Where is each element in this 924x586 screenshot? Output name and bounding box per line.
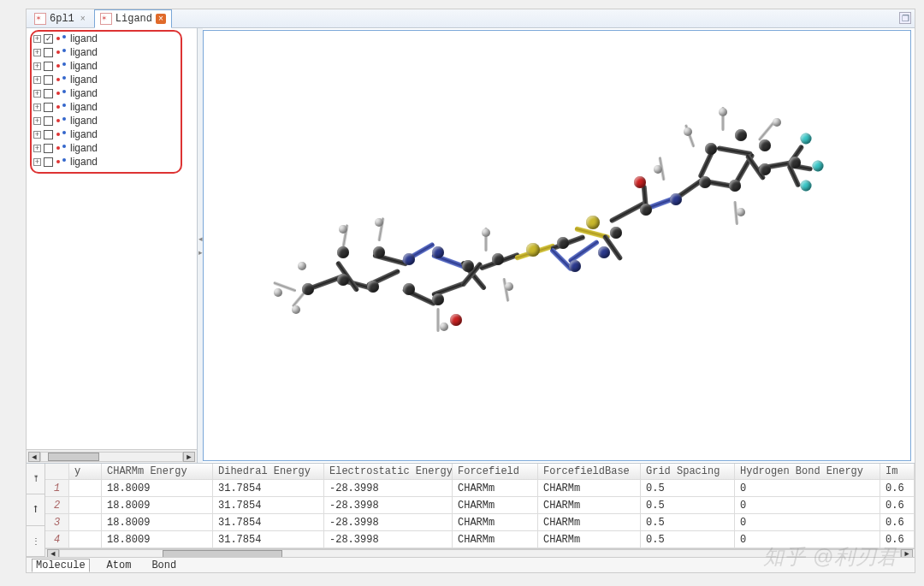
- scroll-thumb[interactable]: [48, 453, 99, 461]
- expand-icon[interactable]: +: [33, 76, 41, 84]
- expand-icon[interactable]: +: [33, 35, 41, 43]
- cell[interactable]: 31.7854: [213, 531, 324, 548]
- cell[interactable]: -28.3998: [324, 497, 453, 513]
- tree-item[interactable]: +ligand: [28, 127, 195, 141]
- col-header[interactable]: Hydrogen Bond Energy: [735, 464, 880, 479]
- cell[interactable]: CHARMm: [453, 514, 538, 530]
- tree-item[interactable]: +ligand: [28, 45, 195, 59]
- cell[interactable]: 0.6: [880, 480, 915, 496]
- rownum-header[interactable]: [45, 464, 69, 479]
- prev-row-icon[interactable]: 🠕: [27, 494, 44, 525]
- visibility-checkbox[interactable]: [44, 157, 53, 167]
- col-header[interactable]: Dihedral Energy: [213, 464, 324, 479]
- collapse-left-icon[interactable]: ◂: [198, 234, 203, 243]
- expand-icon[interactable]: +: [33, 145, 41, 152]
- table-row[interactable]: 318.800931.7854-28.3998CHARMmCHARMm0.500…: [45, 514, 915, 531]
- cell[interactable]: CHARMm: [538, 531, 641, 548]
- visibility-checkbox[interactable]: [44, 89, 53, 98]
- tree-item[interactable]: +ligand: [28, 73, 195, 86]
- cell[interactable]: [69, 497, 102, 513]
- tab-ligand[interactable]: Ligand ×: [94, 9, 172, 28]
- cell[interactable]: 0: [735, 497, 880, 513]
- cell[interactable]: 31.7854: [213, 497, 324, 513]
- tree-item[interactable]: +✓ligand: [28, 32, 195, 45]
- cell[interactable]: CHARMm: [538, 514, 641, 530]
- cell[interactable]: 0.6: [880, 531, 915, 548]
- collapse-right-icon[interactable]: ▸: [198, 248, 203, 257]
- row-number[interactable]: 4: [45, 531, 69, 548]
- cell[interactable]: 0.6: [880, 514, 915, 530]
- cell[interactable]: CHARMm: [453, 531, 538, 548]
- cell[interactable]: 18.8009: [102, 497, 213, 513]
- row-number[interactable]: 1: [45, 480, 69, 496]
- cell[interactable]: [69, 514, 102, 530]
- 3d-viewer[interactable]: [203, 30, 911, 461]
- tree-item[interactable]: +ligand: [28, 100, 195, 114]
- cell[interactable]: 0: [735, 480, 880, 496]
- sidebar-scrollbar[interactable]: ◄ ►: [27, 449, 197, 463]
- col-header[interactable]: Electrostatic Energy: [324, 464, 453, 479]
- cell[interactable]: 31.7854: [213, 480, 324, 496]
- visibility-checkbox[interactable]: [44, 62, 53, 71]
- cell[interactable]: [69, 480, 102, 496]
- visibility-checkbox[interactable]: [44, 48, 53, 57]
- cell[interactable]: CHARMm: [538, 480, 641, 496]
- visibility-checkbox[interactable]: [44, 130, 53, 139]
- cell[interactable]: -28.3998: [324, 531, 453, 548]
- scroll-track[interactable]: [59, 549, 901, 557]
- cell[interactable]: [69, 531, 102, 548]
- cell[interactable]: 0.5: [641, 514, 735, 530]
- expand-icon[interactable]: +: [33, 117, 41, 125]
- cell[interactable]: 31.7854: [213, 514, 324, 530]
- col-header[interactable]: ForcefieldBase: [538, 464, 641, 479]
- visibility-checkbox[interactable]: [44, 144, 53, 153]
- close-icon[interactable]: ×: [156, 14, 166, 24]
- expand-icon[interactable]: +: [33, 158, 41, 166]
- table-row[interactable]: 418.800931.7854-28.3998CHARMmCHARMm0.500…: [45, 531, 915, 548]
- expand-icon[interactable]: +: [33, 62, 41, 70]
- tab-molecule[interactable]: Molecule: [32, 559, 90, 572]
- cell[interactable]: 0.5: [641, 480, 735, 496]
- cell[interactable]: 0: [735, 531, 880, 548]
- cell[interactable]: 0.6: [880, 497, 915, 513]
- col-header[interactable]: CHARMm Energy: [102, 464, 213, 479]
- tree-item[interactable]: +ligand: [28, 114, 195, 127]
- close-icon[interactable]: ×: [78, 14, 88, 24]
- cell[interactable]: 0.5: [641, 497, 735, 513]
- expand-icon[interactable]: +: [33, 90, 41, 98]
- row-number[interactable]: 2: [45, 497, 69, 513]
- scroll-right-icon[interactable]: ►: [183, 452, 195, 462]
- expand-icon[interactable]: +: [33, 104, 41, 111]
- col-header[interactable]: y: [69, 464, 102, 479]
- tree-item[interactable]: +ligand: [28, 141, 195, 155]
- cell[interactable]: CHARMm: [538, 497, 641, 513]
- tree-item[interactable]: +ligand: [28, 86, 195, 100]
- cell[interactable]: 18.8009: [102, 480, 213, 496]
- cell[interactable]: 18.8009: [102, 531, 213, 548]
- cell[interactable]: CHARMm: [453, 497, 538, 513]
- visibility-checkbox[interactable]: [44, 116, 53, 126]
- expand-icon[interactable]: +: [33, 49, 41, 56]
- visibility-checkbox[interactable]: [44, 103, 53, 112]
- tab-bond[interactable]: Bond: [148, 559, 180, 571]
- col-header[interactable]: Im: [880, 464, 915, 479]
- table-scrollbar[interactable]: ◄ ►: [45, 548, 915, 557]
- tree-item[interactable]: +ligand: [28, 155, 195, 169]
- row-number[interactable]: 3: [45, 514, 69, 530]
- first-row-icon[interactable]: ⤒: [27, 464, 44, 494]
- restore-window-icon[interactable]: ❐: [899, 12, 911, 24]
- cell[interactable]: CHARMm: [453, 480, 538, 496]
- visibility-checkbox[interactable]: [44, 75, 53, 85]
- more-rows-icon[interactable]: ⋮: [27, 526, 44, 557]
- cell[interactable]: 18.8009: [102, 514, 213, 530]
- col-header[interactable]: Grid Spacing: [641, 464, 735, 479]
- scroll-left-icon[interactable]: ◄: [28, 452, 40, 462]
- cell[interactable]: 0.5: [641, 531, 735, 548]
- visibility-checkbox[interactable]: ✓: [44, 34, 53, 44]
- table-row[interactable]: 118.800931.7854-28.3998CHARMmCHARMm0.500…: [45, 480, 915, 497]
- scroll-thumb[interactable]: [163, 550, 282, 557]
- table-row[interactable]: 218.800931.7854-28.3998CHARMmCHARMm0.500…: [45, 497, 915, 514]
- tab-atom[interactable]: Atom: [104, 559, 135, 571]
- expand-icon[interactable]: +: [33, 131, 41, 139]
- scroll-right-icon[interactable]: ►: [901, 549, 913, 557]
